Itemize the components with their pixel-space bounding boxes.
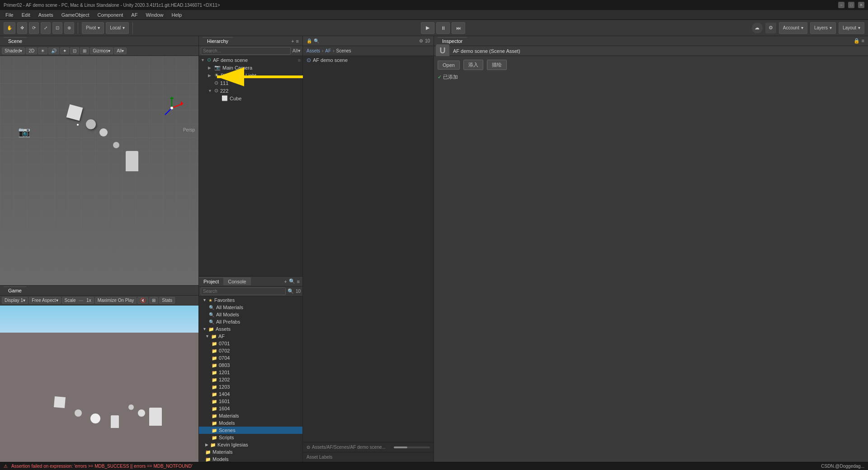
- scene-tab[interactable]: Scene: [4, 37, 27, 45]
- hierarchy-tab[interactable]: Hierarchy: [203, 37, 233, 45]
- scene-extra-btn[interactable]: ⊡: [70, 47, 79, 54]
- inspector-tab[interactable]: Inspector: [438, 37, 467, 45]
- shading-mode[interactable]: Shaded▾: [2, 47, 25, 54]
- hier-dirlight[interactable]: ▶ ☀ Directional Light: [199, 71, 302, 79]
- inspector-lock[interactable]: 🔒: [854, 38, 860, 44]
- hier-222[interactable]: ▼ ⊙ 222: [199, 87, 302, 94]
- proj-kevin[interactable]: ▶ 📁 Kevin Iglesias: [199, 441, 302, 448]
- hier-maincamera[interactable]: ▶ 📷 Main Camera: [199, 64, 302, 71]
- stats-icon-btn[interactable]: ⊞: [149, 297, 158, 304]
- game-tab[interactable]: Game: [4, 287, 26, 294]
- layout-dropdown[interactable]: Layout▾: [839, 22, 864, 34]
- hier-cube[interactable]: ⬜ Cube: [199, 94, 302, 102]
- transform-tool[interactable]: ⊕: [64, 22, 74, 34]
- proj-0702[interactable]: 📁 0702: [199, 347, 302, 354]
- inspector-menu[interactable]: ≡: [862, 38, 864, 44]
- proj-mat2[interactable]: 📁 Materials: [199, 448, 302, 456]
- proj-0704[interactable]: 📁 0704: [199, 354, 302, 362]
- menu-component[interactable]: Component: [94, 11, 127, 19]
- proj-af[interactable]: ▼ 📁 AF: [199, 333, 302, 340]
- proj-models2[interactable]: 📁 Models: [199, 456, 302, 462]
- light-icon-btn[interactable]: ☀: [38, 47, 47, 54]
- addin-button[interactable]: 添入: [463, 60, 483, 70]
- menu-gameobject[interactable]: GameObject: [58, 11, 93, 19]
- maximize-on-play[interactable]: Maximize On Play: [95, 297, 137, 304]
- asset-afdemo[interactable]: ⊙ AF demo scene: [303, 56, 434, 64]
- hier-scene-menu[interactable]: ≡: [298, 57, 301, 63]
- open-button[interactable]: Open: [438, 61, 460, 70]
- proj-0803[interactable]: 📁 0803: [199, 362, 302, 369]
- hierarchy-menu[interactable]: ≡: [296, 38, 299, 44]
- local-dropdown[interactable]: Local▾: [106, 22, 129, 34]
- breadcrumb-af[interactable]: AF: [325, 48, 331, 53]
- hierarchy-search-input[interactable]: [201, 47, 291, 55]
- search-cloud-icon[interactable]: ⚙: [765, 23, 776, 33]
- scale-tool[interactable]: ⤢: [41, 22, 51, 34]
- proj-scenes[interactable]: 📁 Scenes: [199, 427, 302, 434]
- 2d-toggle[interactable]: 2D: [26, 47, 37, 54]
- proj-1202[interactable]: 📁 1202: [199, 376, 302, 383]
- rect-tool[interactable]: ⊡: [52, 22, 62, 34]
- maximize-button[interactable]: □: [848, 2, 854, 8]
- play-button[interactable]: ▶: [421, 22, 434, 34]
- menu-af[interactable]: AF: [127, 11, 141, 19]
- close-button[interactable]: ✕: [858, 2, 864, 8]
- hier-111[interactable]: ⊙ 111: [199, 79, 302, 87]
- step-button[interactable]: ⏭: [452, 22, 465, 34]
- aspect-dropdown[interactable]: Free Aspect▾: [29, 297, 61, 304]
- proj-assets[interactable]: ▼ 📁 Assets: [199, 325, 302, 333]
- proj-scripts[interactable]: 📁 Scripts: [199, 434, 302, 441]
- mute-icon-btn[interactable]: 🔇: [137, 297, 148, 304]
- gizmos-dropdown[interactable]: Gizmos▾: [90, 47, 113, 54]
- project-menu[interactable]: ≡: [297, 279, 300, 284]
- proj-1404[interactable]: 📁 1404: [199, 390, 302, 398]
- hand-tool[interactable]: ✋: [4, 22, 15, 34]
- account-dropdown[interactable]: Account▾: [779, 22, 807, 34]
- menu-edit[interactable]: Edit: [18, 11, 34, 19]
- collab-icon[interactable]: ☁: [752, 23, 763, 33]
- search-icon[interactable]: 🔍: [314, 38, 319, 43]
- proj-allmodels[interactable]: 🔍 All Models: [199, 311, 302, 318]
- proj-0701[interactable]: 📁 0701: [199, 340, 302, 347]
- scale-control[interactable]: Scale — 1x: [62, 297, 94, 304]
- effect-icon-btn[interactable]: ✦: [60, 47, 69, 54]
- hier-scene[interactable]: ▼ ⊙ AF demo scene ≡: [199, 56, 302, 64]
- project-search-icon[interactable]: 🔍: [288, 288, 294, 294]
- menu-assets[interactable]: Assets: [35, 11, 57, 19]
- minimize-button[interactable]: −: [838, 2, 844, 8]
- menu-window[interactable]: Window: [142, 11, 167, 19]
- proj-allprefabs[interactable]: 🔍 All Prefabs: [199, 318, 302, 325]
- game-viewport[interactable]: [0, 306, 198, 462]
- proj-materials[interactable]: 📁 Materials: [199, 412, 302, 419]
- scene-viewport[interactable]: 📷 Persp: [0, 56, 198, 285]
- menu-file[interactable]: File: [2, 11, 17, 19]
- project-tab[interactable]: Project: [199, 277, 223, 285]
- proj-1601[interactable]: 📁 1601: [199, 398, 302, 405]
- menu-help[interactable]: Help: [168, 11, 186, 19]
- layers-dropdown[interactable]: Layers▾: [810, 22, 836, 34]
- game-stats-btn[interactable]: Stats: [159, 297, 175, 304]
- assets-settings[interactable]: ⚙: [419, 38, 423, 43]
- all-dropdown[interactable]: All▾: [114, 47, 127, 54]
- lock-icon[interactable]: 🔒: [307, 38, 312, 43]
- proj-1201[interactable]: 📁 1201: [199, 369, 302, 376]
- display-dropdown[interactable]: Display 1▾: [2, 297, 28, 304]
- hierarchy-add[interactable]: +: [291, 38, 294, 44]
- audio-icon-btn[interactable]: 🔊: [48, 47, 59, 54]
- proj-1604[interactable]: 📁 1604: [199, 405, 302, 412]
- pause-button[interactable]: ⏸: [436, 22, 450, 34]
- edit-button[interactable]: 描绘: [487, 60, 507, 70]
- scene-extra2-btn[interactable]: ⊞: [80, 47, 89, 54]
- console-tab[interactable]: Console: [223, 277, 250, 285]
- breadcrumb-assets[interactable]: Assets: [307, 48, 320, 53]
- pivot-dropdown[interactable]: Pivot▾: [82, 22, 104, 34]
- proj-allmaterials[interactable]: 🔍 All Materials: [199, 304, 302, 311]
- assets-scroll[interactable]: [394, 446, 430, 448]
- proj-favorites[interactable]: ▼ ★ Favorites: [199, 296, 302, 304]
- hierarchy-all[interactable]: All▾: [292, 48, 301, 54]
- rotate-tool[interactable]: ⟳: [29, 22, 39, 34]
- project-add[interactable]: +: [284, 279, 287, 284]
- assets-max[interactable]: 10: [425, 38, 430, 43]
- proj-models[interactable]: 📁 Models: [199, 419, 302, 427]
- proj-1203[interactable]: 📁 1203: [199, 383, 302, 390]
